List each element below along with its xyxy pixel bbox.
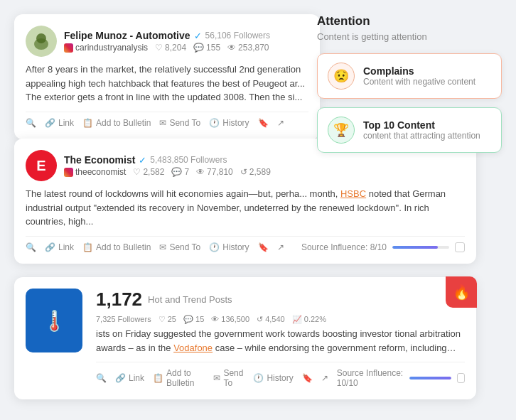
auto-views: 👁 253,870 bbox=[227, 43, 269, 53]
auto-followers: 56,106 Followers bbox=[205, 31, 270, 41]
trend-link-btn[interactable]: 🔗 Link bbox=[115, 373, 144, 383]
trend-likes: ♡ 25 bbox=[158, 315, 176, 324]
trend-actions: 🔍 🔗 Link 📋 Add to Bulletin ✉ Send To 🕐 H… bbox=[96, 362, 465, 388]
vodafone-link[interactable]: Vodafone bbox=[173, 343, 213, 353]
avatar-auto bbox=[26, 26, 57, 57]
card-automotive: Felipe Munoz - Automotive ✓ 56,106 Follo… bbox=[14, 14, 320, 139]
econ-send-btn[interactable]: ✉ Send To bbox=[159, 242, 200, 252]
econ-influence-fill bbox=[392, 246, 438, 249]
auto-name: Felipe Munoz - Automotive bbox=[64, 30, 190, 41]
auto-search-btn[interactable]: 🔍 bbox=[26, 118, 36, 128]
complains-icon: 😟 bbox=[328, 63, 355, 90]
econ-comments: 💬 7 bbox=[171, 167, 189, 177]
complains-text: Complains Content with negative content bbox=[363, 65, 475, 87]
trend-search-btn[interactable]: 🔍 bbox=[96, 373, 107, 383]
panel-item-complains[interactable]: 😟 Complains Content with negative conten… bbox=[317, 53, 502, 99]
trend-send-btn[interactable]: ✉ Send To bbox=[213, 368, 244, 388]
trend-checkbox[interactable] bbox=[457, 373, 465, 383]
auto-bulletin-btn[interactable]: 📋 Add to Bulletin bbox=[82, 118, 151, 128]
panel-title: Attention bbox=[317, 14, 502, 28]
top10-icon: 🏆 bbox=[328, 117, 355, 144]
econ-share-btn[interactable]: ↗ bbox=[277, 242, 284, 252]
trend-thermometer-icon: 🌡️ bbox=[42, 309, 67, 333]
trend-influence: Source Influence: 10/10 bbox=[337, 368, 465, 388]
econ-search-btn[interactable]: 🔍 bbox=[26, 242, 36, 252]
card-trend: 🔥 🌡️ 1,172 Hot and Trend Posts 7,325 Fol… bbox=[14, 277, 476, 399]
econ-shares: ↺ 2,589 bbox=[240, 167, 271, 177]
auto-social: carindustryanalysis ♡ 8,204 💬 155 👁 253,… bbox=[64, 43, 308, 53]
trend-label: Hot and Trend Posts bbox=[148, 294, 232, 305]
top10-text: Top 10 Content content that attracting a… bbox=[363, 119, 480, 141]
econ-checkbox[interactable] bbox=[455, 242, 465, 252]
auto-share-btn[interactable]: ↗ bbox=[277, 118, 284, 128]
econ-bookmark-btn[interactable]: 🔖 bbox=[258, 242, 269, 252]
econ-actions: 🔍 🔗 Link 📋 Add to Bulletin ✉ Send To 🕐 H… bbox=[26, 236, 465, 252]
trend-influence-fill bbox=[409, 377, 451, 379]
auto-send-btn[interactable]: ✉ Send To bbox=[159, 118, 200, 128]
auto-bookmark-btn[interactable]: 🔖 bbox=[258, 118, 269, 128]
econ-history-btn[interactable]: 🕐 History bbox=[209, 242, 249, 252]
trend-influence-bar bbox=[409, 377, 451, 379]
econ-link-btn[interactable]: 🔗 Link bbox=[45, 242, 74, 252]
panel-item-top10[interactable]: 🏆 Top 10 Content content that attracting… bbox=[317, 107, 502, 153]
econ-influence: Source Influence: 8/10 bbox=[301, 242, 465, 252]
auto-actions: 🔍 🔗 Link 📋 Add to Bulletin ✉ Send To 🕐 H… bbox=[26, 112, 308, 128]
trend-metric-box: 🌡️ bbox=[26, 289, 82, 352]
hsbc-link[interactable]: HSBC bbox=[340, 188, 366, 199]
right-panel: Attention Content is getting attention 😟… bbox=[317, 14, 502, 161]
econ-name: The Economist bbox=[64, 154, 135, 166]
svg-point-2 bbox=[36, 33, 46, 43]
panel-subtitle: Content is getting attention bbox=[317, 31, 502, 42]
auto-link-btn[interactable]: 🔗 Link bbox=[45, 118, 74, 128]
auto-comments: 💬 155 bbox=[193, 43, 220, 53]
profile-info-auto: Felipe Munoz - Automotive ✓ 56,106 Follo… bbox=[64, 30, 308, 53]
trend-bookmark-btn[interactable]: 🔖 bbox=[302, 373, 313, 383]
econ-verified: ✓ bbox=[139, 155, 146, 166]
auto-body: After 8 years in the market, the relativ… bbox=[26, 63, 308, 104]
trend-count: 1,172 bbox=[96, 289, 142, 311]
auto-history-btn[interactable]: 🕐 History bbox=[209, 118, 249, 128]
trend-badge: 🔥 bbox=[446, 276, 477, 308]
econ-views: 👁 77,810 bbox=[196, 167, 233, 177]
instagram-icon-econ bbox=[64, 168, 73, 177]
trend-comments: 💬 15 bbox=[183, 315, 204, 324]
trend-bulletin-btn[interactable]: 📋 Add to Bulletin bbox=[153, 368, 205, 388]
profile-row-auto: Felipe Munoz - Automotive ✓ 56,106 Follo… bbox=[26, 26, 308, 57]
econ-likes: ♡ 2,582 bbox=[133, 167, 164, 177]
econ-handle: theeconomist bbox=[64, 167, 126, 177]
trend-stats: 7,325 Followers ♡ 25 💬 15 👁 136,500 ↺ 4,… bbox=[96, 315, 465, 324]
econ-social: theeconomist ♡ 2,582 💬 7 👁 77,810 ↺ 2,58… bbox=[64, 167, 465, 177]
avatar-econ: E bbox=[26, 150, 57, 181]
auto-handle: carindustryanalysis bbox=[64, 43, 148, 53]
trend-history-btn[interactable]: 🕐 History bbox=[253, 373, 293, 383]
econ-followers: 5,483,850 Followers bbox=[150, 155, 227, 165]
auto-likes: ♡ 8,204 bbox=[155, 43, 186, 53]
trend-header: 1,172 Hot and Trend Posts bbox=[96, 289, 465, 311]
instagram-icon bbox=[64, 43, 73, 53]
trend-body: ists on Friday suggested the government … bbox=[96, 327, 465, 355]
econ-influence-bar bbox=[392, 246, 449, 249]
auto-verified: ✓ bbox=[194, 31, 202, 41]
econ-body: The latest round of lockdowns will hit e… bbox=[26, 187, 465, 229]
trend-views: 👁 136,500 bbox=[211, 315, 249, 324]
trend-share-btn[interactable]: ↗ bbox=[321, 373, 328, 383]
trend-percent: 📈 0.22% bbox=[292, 315, 326, 324]
trend-followers: 7,325 Followers bbox=[96, 315, 151, 324]
econ-bulletin-btn[interactable]: 📋 Add to Bulletin bbox=[82, 242, 151, 252]
trend-shares: ↺ 4,540 bbox=[257, 315, 285, 324]
